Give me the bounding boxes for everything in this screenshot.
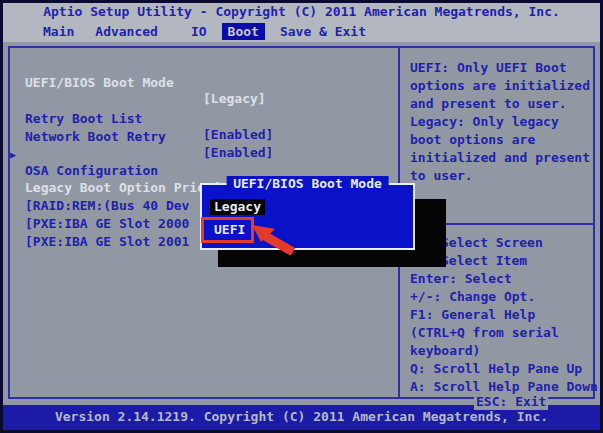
- option-value: [Legacy]: [203, 91, 266, 107]
- legend-select-item: Select Item: [441, 252, 527, 270]
- tab-main[interactable]: Main: [37, 23, 80, 40]
- popup-option-legacy[interactable]: Legacy: [210, 199, 265, 215]
- help-text-line: boot options are: [410, 131, 535, 149]
- section-header: Legacy Boot Option Priority: [3, 164, 34, 180]
- legend-enter-select: Enter: Select: [410, 270, 512, 288]
- option-row-retry-boot-list[interactable]: Retry Boot List [Enabled]: [3, 95, 34, 111]
- legend-select-screen: Select Screen: [441, 234, 543, 252]
- option-label: Retry Boot List: [25, 111, 142, 127]
- option-label: UEFI/BIOS Boot Mode: [25, 75, 174, 91]
- option-row-network-boot-retry[interactable]: Network Boot Retry [Enabled]: [3, 113, 34, 129]
- tab-boot[interactable]: Boot: [222, 23, 265, 40]
- option-label: OSA Configuration: [25, 163, 158, 179]
- legend-general-help: F1: General Help: [410, 306, 535, 324]
- legend-scroll-up: Q: Scroll Help Pane Up: [410, 360, 582, 378]
- annotation-highlight-box: [201, 217, 254, 243]
- popup-title: UEFI/BIOS Boot Mode: [226, 176, 389, 192]
- tab-io[interactable]: IO: [185, 23, 213, 40]
- option-value: [Enabled]: [203, 127, 273, 143]
- tab-save-exit[interactable]: Save & Exit: [274, 23, 372, 40]
- option-row-boot-mode[interactable]: UEFI/BIOS Boot Mode [Legacy]: [3, 59, 34, 75]
- boot-option-row[interactable]: [PXE:IBA GE Slot 2000: [3, 200, 34, 216]
- option-value: [Enabled]: [203, 145, 273, 161]
- help-text-line: and present to user.: [410, 95, 567, 113]
- legend-keyboard: keyboard): [410, 342, 480, 360]
- option-row-osa-configuration[interactable]: ▶ OSA Configuration: [3, 131, 34, 147]
- legend-esc-exit: ESC: Exit: [474, 394, 548, 410]
- option-label: Network Boot Retry: [25, 129, 166, 145]
- boot-option-row[interactable]: [PXE:IBA GE Slot 2001: [3, 218, 34, 234]
- bios-setup-screen: Aptio Setup Utility - Copyright (C) 2011…: [0, 0, 603, 433]
- help-text-line: to user.: [410, 167, 473, 185]
- help-text-line: UEFI: Only UEFI Boot: [410, 59, 567, 77]
- title-bar: Aptio Setup Utility - Copyright (C) 2011…: [3, 3, 600, 21]
- help-text-line: Legacy: Only legacy: [410, 113, 559, 131]
- help-text-line: initialized and present: [410, 149, 590, 167]
- boot-option-row[interactable]: [RAID:REM:(Bus 40 Dev: [3, 182, 34, 198]
- help-text-line: options are initialized: [410, 77, 590, 95]
- legend-ctrl-q: (CTRL+Q from serial: [410, 324, 559, 342]
- legend-change-opt: +/-: Change Opt.: [410, 288, 535, 306]
- boot-mode-popup: UEFI/BIOS Boot Mode Legacy UEFI: [200, 183, 415, 250]
- submenu-arrow-icon: ▶: [10, 147, 16, 163]
- annotation-arrow-icon: [252, 225, 298, 255]
- menu-bar: Main Advanced IO Boot Save & Exit: [3, 21, 600, 42]
- tab-advanced[interactable]: Advanced: [89, 23, 164, 40]
